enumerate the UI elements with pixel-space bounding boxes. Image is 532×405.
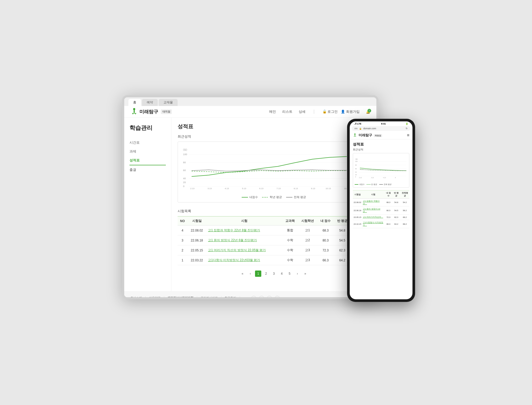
mobile-table-row: 22.05.15 고1 여러가지직선의… 72.3 62.3 66.2 bbox=[353, 215, 409, 220]
svg-text:80: 80 bbox=[355, 164, 357, 166]
svg-text:4.13: 4.13 bbox=[383, 177, 386, 178]
m-exam-link[interactable]: 고1다항형식·이차방정식… bbox=[363, 221, 383, 226]
m-line-total bbox=[379, 184, 383, 185]
nav-bell[interactable]: 🔔 1 bbox=[366, 110, 370, 114]
svg-text:80: 80 bbox=[183, 161, 186, 164]
mobile-screen: ..ll LTE 9:41 🔋 AA 🔒 domain.com ↻ bbox=[350, 121, 412, 299]
social-p[interactable]: p bbox=[251, 296, 257, 297]
nav-list[interactable]: 리스트 bbox=[282, 109, 292, 114]
cell-grade: 고3 bbox=[298, 245, 317, 255]
sidebar-item-timetable[interactable]: 시간표 bbox=[129, 138, 166, 147]
exam-link[interactable]: 고1 원의 방정식 22년 6월 진단평가 bbox=[208, 238, 257, 242]
footer-privacy[interactable]: 개인정보보처리방침 bbox=[168, 296, 194, 297]
mobile-aa[interactable]: AA bbox=[354, 127, 358, 130]
cell-no: 1 bbox=[178, 255, 187, 265]
svg-text:20: 20 bbox=[183, 181, 186, 184]
m-cell-name: 고1 집합과 역함수 22… bbox=[362, 199, 384, 206]
sidebar-item-grades[interactable]: 성적표 bbox=[129, 156, 166, 165]
legend-total-avg: 전체 평균 bbox=[286, 195, 306, 199]
m-legend-class: 반 평균 bbox=[367, 183, 377, 186]
m-cell-date: 22.10.15 bbox=[353, 220, 362, 228]
m-cell-name: 고1 여러가지직선의… bbox=[362, 215, 384, 220]
page-title: 성적표 bbox=[178, 123, 370, 130]
nav-detail[interactable]: 상세 bbox=[299, 109, 305, 114]
table-row: 3 22.06.18 고1 원의 방정식 22년 6월 진단평가 수학 고2 8… bbox=[178, 235, 370, 245]
m-class-label: 반 평균 bbox=[371, 183, 377, 186]
th-date: 시험일 bbox=[187, 216, 206, 226]
page-3[interactable]: 3 bbox=[271, 271, 277, 277]
cell-name: 고1 집합과 역함수 22년 8월 진단평가 bbox=[206, 226, 282, 235]
m-exam-link[interactable]: 고1 집합과 역함수 22… bbox=[363, 200, 380, 205]
m-th-date: 시험일 bbox=[353, 190, 362, 199]
nav-links: 메인 리스트 상세 🔓 로그인 👤 회원가입 🔔 1 bbox=[269, 109, 370, 114]
m-cell-class: 64.2 bbox=[392, 220, 400, 228]
m-cell-total: 56.2 bbox=[400, 206, 409, 215]
cell-grade: 고3 bbox=[298, 255, 317, 265]
nav-main[interactable]: 메인 bbox=[269, 109, 276, 114]
page-first[interactable]: « bbox=[239, 271, 246, 277]
page-2[interactable]: 2 bbox=[263, 271, 269, 277]
m-exam-link[interactable]: 고1 원의 방정식 22년… bbox=[363, 208, 380, 213]
m-cell-name: 고1다항형식·이차방정식… bbox=[362, 220, 384, 228]
exam-link[interactable]: 고1 집합과 역함수 22년 8월 진단평가 bbox=[208, 228, 260, 232]
m-cell-total: 66.2 bbox=[400, 215, 409, 220]
m-cell-date: 22.06.18 bbox=[353, 206, 362, 215]
legend-my-label: 내점수 bbox=[249, 195, 258, 199]
cell-subject: 수학 bbox=[282, 255, 298, 265]
tab-materials[interactable]: 교재물 bbox=[159, 99, 178, 106]
tab-home[interactable]: 홈 bbox=[128, 99, 141, 106]
tab-reservation[interactable]: 예약 bbox=[142, 99, 158, 106]
svg-text:4.13: 4.13 bbox=[225, 187, 229, 190]
svg-text:60: 60 bbox=[183, 169, 186, 172]
social-n[interactable]: n bbox=[259, 296, 264, 297]
m-exam-link[interactable]: 고1 여러가지직선의… bbox=[363, 216, 383, 218]
mobile-content: 성적표 최근성적 (점) 100 80 60 40 20 0 bbox=[350, 139, 412, 299]
exam-section-label: 시험목록 bbox=[178, 209, 370, 213]
social-icons: blog p n f 📷 bbox=[243, 296, 280, 297]
svg-text:20: 20 bbox=[355, 174, 357, 176]
m-cell-class: 54.5 bbox=[392, 206, 400, 215]
social-i[interactable]: 📷 bbox=[274, 296, 280, 297]
logo-badge: 대치점 bbox=[161, 109, 172, 114]
cell-myscore: 72.3 bbox=[317, 245, 334, 255]
exam-link[interactable]: 고1 여러가지 직선의 방정식 22.05월 평가 bbox=[208, 248, 266, 252]
cell-grade: 고2 bbox=[298, 235, 317, 245]
svg-text:3.13: 3.13 bbox=[371, 177, 374, 178]
svg-text:7.13: 7.13 bbox=[276, 187, 281, 190]
sidebar-item-homework[interactable]: 과제 bbox=[129, 147, 166, 156]
exam-link[interactable]: 고1다항식·이차방정식 22년03월 평가 bbox=[208, 258, 260, 262]
page-prev[interactable]: ‹ bbox=[247, 271, 253, 277]
m-cell-total: 68.2 bbox=[400, 220, 409, 228]
sidebar-title: 학습관리 bbox=[129, 124, 166, 132]
social-f[interactable]: f bbox=[267, 296, 272, 297]
tablet: 홈 예약 교재물 미래탐구 대치점 bbox=[122, 95, 378, 299]
footer-find-school[interactable]: 학원찾기 bbox=[225, 296, 236, 297]
mobile-reload[interactable]: ↻ bbox=[406, 127, 408, 130]
footer-admin[interactable]: 관리자사이트 bbox=[201, 296, 218, 297]
m-cell-name: 고1 원의 방정식 22년… bbox=[362, 206, 384, 215]
mobile-table-row: 22.08.02 고1 집합과 역함수 22… 68.3 54.8 54.2 bbox=[353, 199, 409, 206]
cell-date: 22.03.22 bbox=[187, 255, 206, 265]
logo-text: 미래탐구 bbox=[139, 109, 158, 115]
footer-terms[interactable]: 이용약관 bbox=[149, 296, 161, 297]
page-next[interactable]: › bbox=[294, 271, 301, 277]
signup-link[interactable]: 👤 회원가입 bbox=[341, 109, 360, 114]
footer-about[interactable]: 회사소개 bbox=[131, 296, 142, 297]
mobile-hamburger[interactable]: ≡ bbox=[407, 133, 409, 138]
m-cell-total: 54.2 bbox=[400, 199, 409, 206]
content-area: 학습관리 시간표 과제 성적표 출결 성적표 최근성적 (점) 1 bbox=[124, 118, 376, 291]
cell-no: 4 bbox=[178, 226, 187, 235]
page-last[interactable]: » bbox=[302, 271, 308, 277]
m-legend-my: 내점수 bbox=[355, 183, 365, 186]
mobile-url[interactable]: domain.com bbox=[363, 127, 376, 130]
logo[interactable]: 미래탐구 대치점 bbox=[131, 108, 172, 115]
m-cell-my: 80.3 bbox=[384, 206, 392, 215]
cell-grade: 고1 bbox=[298, 226, 317, 235]
sidebar-item-attendance[interactable]: 출결 bbox=[129, 165, 166, 174]
login-link[interactable]: 🔓 로그인 bbox=[322, 109, 338, 114]
bell-badge: 1 bbox=[367, 109, 371, 113]
page-1[interactable]: 1 bbox=[255, 271, 261, 277]
page-4[interactable]: 4 bbox=[279, 271, 285, 277]
page-5[interactable]: 5 bbox=[286, 271, 293, 277]
cell-name: 고1 여러가지 직선의 방정식 22.05월 평가 bbox=[206, 245, 282, 255]
